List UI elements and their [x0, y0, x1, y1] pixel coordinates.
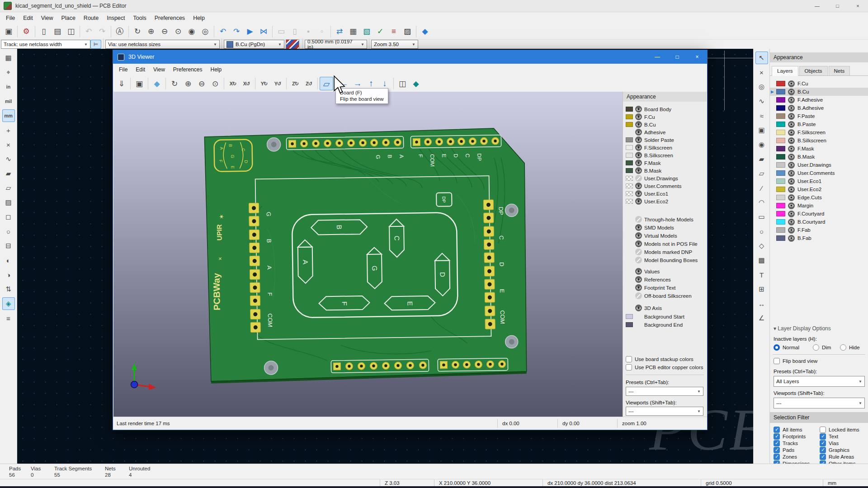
visibility-eye-icon[interactable] [635, 152, 642, 159]
viewports-combo[interactable]: ---▼ [774, 398, 865, 408]
filter-footprints[interactable]: Footprints [774, 433, 806, 440]
layer-display-options[interactable]: ▾ Layer Display Options [774, 325, 831, 332]
scripting-console-button[interactable]: ▨ [401, 25, 414, 38]
rotate-z-ccw-button[interactable]: Z↺ [302, 77, 316, 90]
3d-axis-row[interactable]: 3D Axis [626, 304, 707, 312]
group-button[interactable]: ▭ [274, 25, 288, 38]
3d-zoom-out-button[interactable]: ⊖ [195, 77, 208, 90]
visibility-eye-icon[interactable] [788, 113, 795, 120]
zoom-in-button[interactable]: ⊕ [144, 25, 158, 38]
menu-tools[interactable]: Tools [129, 14, 151, 23]
net-color-mode-button[interactable]: ◈ [2, 297, 15, 310]
visibility-eye-icon[interactable] [788, 219, 795, 225]
visibility-eye-icon[interactable] [635, 292, 642, 299]
radio-hide[interactable]: Hide [840, 344, 860, 351]
visibility-eye-icon[interactable] [788, 186, 795, 193]
visibility-eye-icon[interactable] [788, 89, 795, 95]
local-ratsnest-button[interactable]: × [755, 66, 768, 79]
visibility-eye-icon[interactable] [635, 268, 642, 275]
3d-close-button[interactable]: × [687, 50, 707, 64]
auto-track-width-toggle[interactable]: ⊨ [90, 40, 101, 49]
3d-text-row[interactable]: Values [626, 267, 707, 275]
layer-row-bcu[interactable]: ▶B.Cu [770, 88, 868, 96]
zoom-fit-page-button[interactable]: ⊙ [171, 25, 185, 38]
menu-preferences[interactable]: Preferences [151, 14, 189, 23]
draw-polygon-button[interactable]: ◇ [755, 239, 768, 252]
filter-zones[interactable]: Zones [774, 454, 797, 460]
visibility-eye-icon[interactable] [635, 198, 642, 205]
layer-row[interactable]: Edge.Cuts [770, 193, 868, 202]
copy-image-button[interactable]: ▣ [132, 77, 146, 90]
3d-text-row[interactable]: References [626, 276, 707, 283]
orthographic-button[interactable]: ◫ [396, 77, 409, 90]
visibility-eye-icon[interactable] [788, 129, 795, 136]
visibility-eye-icon[interactable] [788, 137, 795, 144]
radio-dim[interactable]: Dim [813, 344, 831, 351]
place-via-button[interactable]: ◉ [755, 138, 768, 151]
save-button[interactable]: ▣ [2, 25, 15, 38]
visibility-eye-icon[interactable] [788, 97, 795, 103]
3d-zoom-in-button[interactable]: ⊕ [181, 77, 195, 90]
show-normal-button[interactable]: ▶ [243, 25, 257, 38]
3d-text-row[interactable]: Off-board Silkscreen [626, 292, 707, 300]
cursor-shape-button[interactable]: + [2, 124, 15, 136]
layer-row[interactable]: User.Drawings [770, 161, 868, 169]
zone-outline-mode-button[interactable]: ▱ [2, 182, 15, 194]
3d-menu-help[interactable]: Help [207, 65, 226, 74]
visibility-eye-icon[interactable] [635, 224, 642, 231]
place-footprint-button[interactable]: ▣ [755, 124, 768, 136]
3d-model-row[interactable]: Model Bounding Boxes [626, 256, 707, 264]
filter-locked-items[interactable]: Locked items [820, 427, 859, 433]
rotate-y-cw-button[interactable]: Y↻ [257, 77, 271, 90]
draw-arc-button[interactable]: ◠ [755, 196, 768, 209]
layer-row[interactable]: F.Paste [770, 112, 868, 120]
ungroup-button[interactable]: ▯ [288, 25, 302, 38]
3d-refresh-button[interactable]: ↻ [168, 77, 181, 90]
rotate-ccw-button[interactable]: ↶ [216, 25, 230, 38]
3d-model-row[interactable]: Models not in POS File [626, 240, 707, 248]
lock-button[interactable]: ▪ [302, 25, 315, 38]
radio-normal[interactable]: Normal [774, 344, 799, 351]
visibility-eye-icon[interactable] [788, 227, 795, 234]
route-diff-pairs-button[interactable]: ≈ [755, 109, 768, 122]
units-inches-button[interactable]: in [2, 80, 15, 93]
stackup-colors-checkbox[interactable]: Use board stackup colors [626, 356, 693, 362]
3d-viewports-combo[interactable]: ---▼ [626, 407, 703, 416]
rotate-y-ccw-button[interactable]: Y↺ [271, 77, 284, 90]
net-inspector-button[interactable]: ≡ [387, 25, 401, 38]
menu-file[interactable]: File [2, 14, 19, 23]
3d-layer-row[interactable]: Adhesive [626, 128, 707, 136]
units-mils-button[interactable]: mil [2, 95, 15, 108]
3d-layer-row[interactable]: User.Eco2 [626, 197, 707, 205]
flip-board-button[interactable]: ▱ [320, 77, 333, 90]
3d-menu-file[interactable]: File [115, 65, 132, 74]
menu-place[interactable]: Place [57, 14, 80, 23]
pcb-board-3d[interactable]: B C A G D F E DP [204, 128, 528, 384]
3d-text-row[interactable]: Footprint Text [626, 284, 707, 291]
layer-row[interactable]: F.Mask [770, 145, 868, 153]
visibility-eye-icon[interactable] [635, 305, 642, 311]
rotate-cw-button[interactable]: ↷ [230, 25, 243, 38]
update-pcb-from-schematic-button[interactable]: ⇄ [333, 25, 346, 38]
3d-zoom-fit-button[interactable]: ⊙ [208, 77, 222, 90]
track-sketch-mode-button[interactable]: ⊟ [2, 239, 15, 252]
pad-sketch-mode-button[interactable]: ◻ [2, 211, 15, 223]
draw-zone-button[interactable]: ▰ [755, 153, 768, 165]
layer-row[interactable]: F.Fab [770, 226, 868, 234]
visibility-eye-icon[interactable] [788, 178, 795, 185]
maximize-button[interactable]: □ [827, 0, 848, 12]
visibility-eye-icon[interactable] [635, 113, 642, 120]
refresh-button[interactable]: ↻ [131, 25, 144, 38]
polar-coordinates-button[interactable]: ⌖ [2, 66, 15, 79]
selection-tool-button[interactable]: ↖ [755, 52, 768, 64]
visibility-eye-icon[interactable] [635, 240, 642, 247]
show-3d-viewer-button[interactable]: ▧ [360, 25, 373, 38]
visibility-eye-icon[interactable] [635, 249, 642, 255]
visibility-eye-icon[interactable] [635, 136, 642, 143]
unlock-button[interactable]: ▫ [315, 25, 329, 38]
footprint-editor-button[interactable]: ▦ [346, 25, 360, 38]
layer-row[interactable]: F.Adhesive [770, 96, 868, 104]
flip-board-view-checkbox[interactable]: Flip board view [774, 358, 817, 364]
visibility-eye-icon[interactable] [635, 183, 642, 189]
redo-button[interactable]: ↷ [95, 25, 109, 38]
